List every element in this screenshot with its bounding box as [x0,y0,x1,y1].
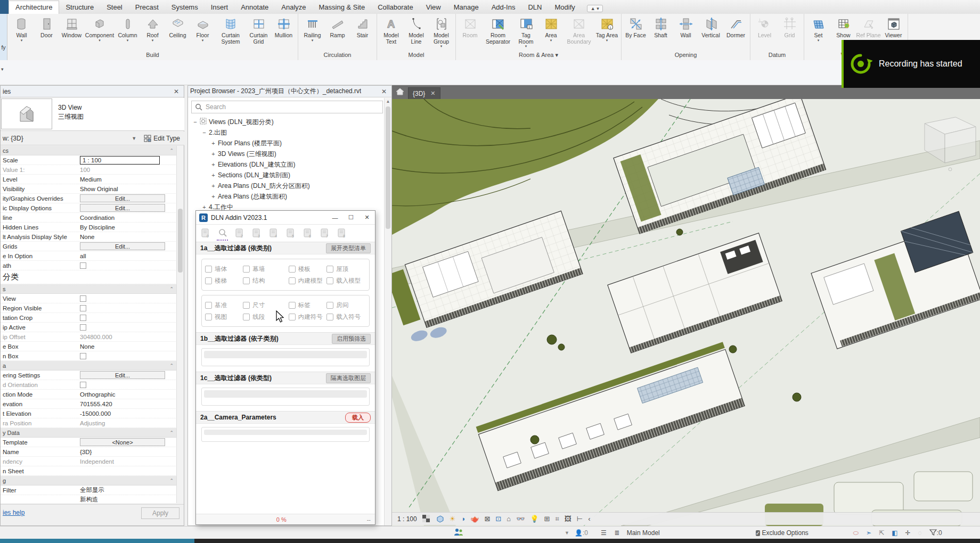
view-tab-close-icon[interactable]: ✕ [430,90,435,97]
property-value[interactable]: 304800.000 [78,334,177,340]
properties-row-s[interactable]: s⌃ [1,284,177,294]
select-underlay-icon[interactable]: ⇱ [879,529,884,537]
property-value[interactable]: 新构造 [78,496,177,503]
tab-annotate[interactable]: Annotate [234,1,275,14]
property-value[interactable] [78,324,177,331]
property-value[interactable]: 100 [78,167,177,173]
property-value[interactable]: Orthographic [78,391,177,398]
scale-value-box[interactable]: 1 : 100 [80,156,160,164]
worksets-dialog-icon[interactable]: ☰ [601,529,607,537]
tree-expander-icon[interactable]: − [192,119,198,125]
property-value[interactable]: 1 : 100 [78,156,177,164]
property-value[interactable]: 全部显示 [78,486,177,494]
curtain-grid-button[interactable]: Curtain Grid [246,15,271,45]
active-workset-label[interactable]: Main Model [627,529,660,537]
tree-expander-icon[interactable]: + [201,204,207,210]
crop-region-icon[interactable]: ⊡ [495,515,501,523]
edit-button[interactable]: Edit... [80,194,165,202]
options-collapse-icon[interactable]: ▾ [1,67,4,72]
select-links-icon[interactable]: ➣ [866,529,871,537]
tree-item-floor-plans[interactable]: +Floor Plans (楼层平面) [188,138,384,149]
ribbon-modify-stub[interactable]: fy [0,14,7,60]
property-checkbox[interactable] [80,295,86,302]
tab-steel[interactable]: Steel [100,1,129,14]
curtain-system-button[interactable]: Curtain System [215,15,246,45]
model-group-button[interactable]: Model Group▾ [429,15,454,48]
property-checkbox[interactable] [80,315,86,321]
filter-checkbox-0-1-2[interactable]: 内建模型 [289,277,326,285]
property-checkbox[interactable] [80,382,86,388]
dialog-tool-icon-5[interactable]: 4 [267,227,280,239]
tree-item-2[interactable]: −2.出图 [188,127,384,138]
chevron-down-icon[interactable]: ▼ [128,136,140,141]
dialog-tool-icon-1[interactable]: 0 [199,227,211,239]
property-value[interactable]: Coordination [78,215,177,221]
filter-checkbox-1-0-3[interactable]: 房间 [326,301,369,309]
temporary-hide-icon[interactable]: 👓 [516,515,525,523]
3d-model-view[interactable] [392,99,980,526]
tab-precast[interactable]: Precast [129,1,165,14]
dialog-tool-icon-2[interactable] [216,227,228,239]
active-workset-icon[interactable]: 🗏 [614,529,620,537]
editing-requests-icon[interactable]: 👤:0 [575,529,588,537]
railing-button[interactable]: Railing▾ [300,15,325,42]
tab-massing-site[interactable]: Massing & Site [313,1,372,14]
wall-button[interactable]: Wall [673,15,698,39]
viewer-button[interactable]: Viewer [881,15,906,39]
exclude-options-checkbox[interactable]: ✓ Exclude Options [756,529,808,537]
tag-room-button[interactable]: 1Tag Room▾ [513,15,538,48]
dialog-tool-icon-7[interactable]: 6 [301,227,314,239]
visual-style-icon[interactable] [422,515,430,523]
section-collapse-icon[interactable]: ⌃ [169,478,174,483]
dialog-tool-icon-4[interactable]: 3 [250,227,263,239]
tree-item-3d-views[interactable]: +3D Views (三维视图) [188,149,384,159]
filter-checkbox-1-0-1[interactable]: 尺寸 [243,301,289,309]
crop-off-icon[interactable]: ⊠ [484,515,490,523]
property-checkbox[interactable] [80,353,86,359]
property-value[interactable]: Show Original [78,186,177,192]
edit-button[interactable]: Edit... [80,371,165,379]
property-value[interactable]: Edit... [78,194,177,202]
property-value[interactable] [78,353,177,359]
filter-checkbox-1-0-2[interactable]: 标签 [289,301,326,309]
3d-lock-icon[interactable]: ⌂ [507,515,511,523]
tree-expander-icon[interactable]: + [210,161,216,168]
tab-analyze[interactable]: Analyze [275,1,312,14]
view-scale[interactable]: 1 : 100 [397,515,417,523]
property-value[interactable]: Independent [78,458,177,465]
tab-structure[interactable]: Structure [59,1,100,14]
property-value[interactable] [78,305,177,311]
filter-checkbox-0-0-1[interactable]: 幕墙 [243,265,289,273]
property-value[interactable] [78,382,177,388]
section-collapse-icon[interactable]: ⌃ [169,363,174,368]
tree-item-area-plans[interactable]: +Area Plans (总建筑面积) [188,191,384,202]
tab-systems[interactable]: Systems [165,1,205,14]
type-filter-input[interactable] [201,388,370,406]
dialog-maximize-button[interactable]: ☐ [343,214,359,221]
ribbon-collapse-toggle[interactable]: ▲ ▾ [587,5,603,12]
edit-button[interactable]: Edit... [80,242,165,250]
tree-item-area-plans-dln[interactable]: +Area Plans (DLN_防火分区面积) [188,180,384,191]
tree-expander-icon[interactable]: + [210,172,216,178]
tree-item-elevations-dln[interactable]: +Elevations (DLN_建筑立面) [188,159,384,170]
filter-checkbox-0-0-2[interactable]: 楼板 [289,265,326,273]
ramp-button[interactable]: Ramp [325,15,350,39]
tab-insert[interactable]: Insert [205,1,235,14]
reveal-hidden-icon[interactable]: 💡 [530,515,538,523]
property-value[interactable]: -15000.000 [78,410,177,417]
show-button[interactable]: Show [831,15,856,39]
shadows-icon[interactable]: ◑ [461,515,465,523]
edit-type-button[interactable]: Edit Type [140,135,184,142]
worksharing-icon[interactable] [454,528,463,538]
drag-elements-icon[interactable]: ✛ [905,529,911,537]
tab-modify[interactable]: Modify [548,1,581,14]
roof-button[interactable]: Roof▾ [140,15,165,42]
property-value[interactable]: By Discipline [78,224,177,231]
tree-expander-icon[interactable]: + [210,140,216,146]
property-value[interactable]: Edit... [78,242,177,250]
vertical-button[interactable]: Vertical [698,15,723,39]
dialog-tool-icon-9[interactable]: 8 [336,227,348,239]
edit-button[interactable]: Edit... [80,204,165,212]
viewbar-collapse-icon[interactable]: ‹ [588,515,590,523]
detail-level-icon[interactable] [436,515,444,523]
